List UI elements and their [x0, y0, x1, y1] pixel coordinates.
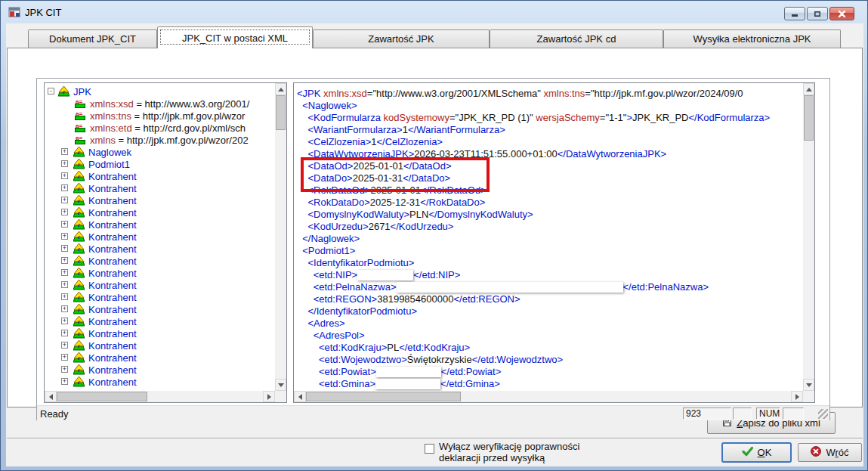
- element-icon: e: [73, 207, 85, 218]
- scroll-left-icon[interactable]: [45, 391, 57, 402]
- tree-node-kontrahent[interactable]: +eKontrahent: [46, 303, 275, 315]
- expand-icon[interactable]: +: [61, 184, 68, 191]
- svg-text:e: e: [78, 173, 81, 180]
- tree-node-kontrahent[interactable]: +eKontrahent: [46, 279, 275, 291]
- tree-attribute-item[interactable]: a=xmlns:xsd = http://www.w3.org/2001/: [46, 98, 275, 110]
- tree-node-label: Kontrahent: [88, 292, 137, 303]
- tree-attribute-item[interactable]: a=xmlns:tns = http://jpk.mf.gov.pl/wzor: [46, 110, 275, 122]
- minimize-icon[interactable]: [784, 7, 805, 20]
- tree-node-kontrahent[interactable]: +eKontrahent: [46, 352, 275, 364]
- scrollbar-thumb[interactable]: [306, 392, 461, 401]
- svg-text:e: e: [78, 355, 81, 361]
- tree-node-kontrahent[interactable]: +eKontrahent: [46, 194, 275, 206]
- xml-line: <Adres>: [297, 318, 803, 330]
- xml-horizontal-scrollbar[interactable]: [294, 391, 803, 402]
- tree-node-kontrahent[interactable]: +eKontrahent: [46, 315, 275, 327]
- expand-icon[interactable]: +: [61, 221, 68, 228]
- xml-line: <etd:NIP></etd:NIP>: [297, 269, 803, 281]
- status-bar: Ready 923NUM: [37, 405, 829, 420]
- expand-icon[interactable]: +: [61, 209, 68, 215]
- xml-line: <etd:Wojewodztwo>Świętokrzyskie</etd:Woj…: [297, 354, 803, 366]
- expand-icon[interactable]: +: [61, 233, 68, 240]
- element-icon: e: [73, 256, 85, 266]
- scroll-up-icon[interactable]: [803, 83, 814, 95]
- expand-icon[interactable]: +: [61, 293, 68, 300]
- tree-node-kontrahent[interactable]: +eKontrahent: [46, 255, 275, 267]
- tree-node-kontrahent[interactable]: +eKontrahent: [46, 182, 275, 194]
- tree-node-kontrahent[interactable]: +eKontrahent: [46, 376, 275, 388]
- expand-icon[interactable]: +: [61, 197, 68, 203]
- expand-icon[interactable]: +: [61, 342, 68, 349]
- maximize-icon[interactable]: [807, 7, 828, 20]
- tree-node-kontrahent[interactable]: +eKontrahent: [46, 364, 275, 376]
- element-icon: e: [73, 231, 85, 242]
- expand-icon[interactable]: +: [61, 172, 68, 179]
- xml-line: <AdresPol>: [297, 330, 803, 342]
- back-button[interactable]: Wróć: [798, 443, 862, 462]
- expand-icon[interactable]: +: [61, 245, 68, 252]
- xml-tree-panel[interactable]: -eJPKa=xmlns:xsd = http://www.w3.org/200…: [44, 82, 287, 403]
- disable-verification-checkbox[interactable]: [425, 444, 434, 454]
- scroll-down-icon[interactable]: [803, 379, 814, 391]
- tree-node-kontrahent[interactable]: +eKontrahent: [46, 206, 275, 218]
- tree-node-podmiot1[interactable]: +ePodmiot1: [46, 158, 275, 170]
- expand-icon[interactable]: +: [61, 148, 68, 155]
- expand-icon[interactable]: +: [61, 305, 68, 312]
- scroll-up-icon[interactable]: [275, 83, 286, 95]
- tree-node-kontrahent[interactable]: +eKontrahent: [46, 231, 275, 243]
- element-icon: e: [73, 364, 85, 375]
- ok-button[interactable]: OK: [721, 442, 792, 463]
- tree-node-jpk[interactable]: -eJPK: [46, 85, 275, 98]
- tree-node-kontrahent[interactable]: +eKontrahent: [46, 339, 275, 352]
- tree-node-kontrahent[interactable]: +eKontrahent: [46, 291, 275, 303]
- scroll-right-icon[interactable]: [791, 391, 803, 402]
- expand-icon[interactable]: +: [61, 269, 68, 276]
- tree-attribute-item[interactable]: a=xmlns = http://jpk.mf.gov.pl/wzor/202: [46, 134, 275, 146]
- element-icon: e: [73, 268, 85, 278]
- expand-icon[interactable]: +: [61, 378, 68, 385]
- xml-source-panel[interactable]: <JPK xmlns:xsd="http://www.w3.org/2001/X…: [293, 82, 815, 403]
- xml-line: <IdentyfikatorPodmiotu>: [297, 257, 803, 269]
- scrollbar-thumb[interactable]: [804, 95, 814, 141]
- scrollbar-thumb[interactable]: [57, 392, 147, 401]
- scroll-right-icon[interactable]: [263, 391, 275, 402]
- tree-node-kontrahent[interactable]: +eKontrahent: [46, 327, 275, 339]
- scroll-down-icon[interactable]: [275, 379, 286, 391]
- expand-icon[interactable]: +: [61, 366, 68, 373]
- xml-line: <DomyslnyKodWaluty>PLN</DomyslnyKodWalut…: [297, 209, 803, 221]
- svg-text:e: e: [78, 270, 81, 277]
- resize-grip[interactable]: [818, 409, 828, 419]
- close-icon[interactable]: [829, 7, 854, 20]
- tree-node-kontrahent[interactable]: +eKontrahent: [46, 218, 275, 231]
- tab-zawarto-jpk[interactable]: Zawartość JPK: [313, 29, 490, 48]
- tab-zawarto-jpk-cd[interactable]: Zawartość JPK cd: [490, 29, 663, 48]
- tree-node-kontrahent[interactable]: +eKontrahent: [46, 170, 275, 182]
- attribute-icon: a=: [75, 110, 86, 121]
- tree-vertical-scrollbar[interactable]: [275, 83, 286, 391]
- tree-node-kontrahent[interactable]: +eKontrahent: [46, 267, 275, 279]
- tree-node-kontrahent[interactable]: +eKontrahent: [46, 243, 275, 255]
- svg-text:e: e: [78, 318, 81, 325]
- tab-jpk-cit-w-postaci-xml[interactable]: JPK_CIT w postaci XML: [157, 26, 313, 48]
- tab-dokument-jpk-cit[interactable]: Dokument JPK_CIT: [28, 29, 157, 48]
- tree-node-label: Kontrahent: [88, 280, 137, 291]
- xml-line: <etd:PelnaNazwa></etd:PelnaNazwa>: [297, 281, 803, 293]
- scroll-left-icon[interactable]: [294, 391, 306, 402]
- tree-horizontal-scrollbar[interactable]: [45, 391, 275, 402]
- svg-text:e: e: [63, 88, 66, 95]
- expand-icon[interactable]: +: [61, 281, 68, 288]
- xml-line: <etd:Gmina></etd:Gmina>: [297, 378, 803, 390]
- collapse-icon[interactable]: -: [48, 88, 54, 95]
- svg-text:e: e: [78, 306, 81, 313]
- xml-vertical-scrollbar[interactable]: [803, 83, 814, 391]
- tree-node-naglowek[interactable]: +eNaglowek: [46, 146, 275, 158]
- tree-attribute-item[interactable]: a=xmlns:etd = http://crd.gov.pl/xml/sch: [46, 122, 275, 134]
- scrollbar-thumb[interactable]: [276, 95, 286, 130]
- expand-icon[interactable]: +: [61, 354, 68, 361]
- attribute-icon: a=: [75, 135, 86, 145]
- expand-icon[interactable]: +: [61, 160, 68, 167]
- expand-icon[interactable]: +: [61, 330, 68, 336]
- tab-wysy-ka-elektroniczna-jpk[interactable]: Wysyłka elektroniczna JPK: [663, 29, 841, 48]
- expand-icon[interactable]: +: [61, 318, 68, 324]
- expand-icon[interactable]: +: [61, 257, 68, 264]
